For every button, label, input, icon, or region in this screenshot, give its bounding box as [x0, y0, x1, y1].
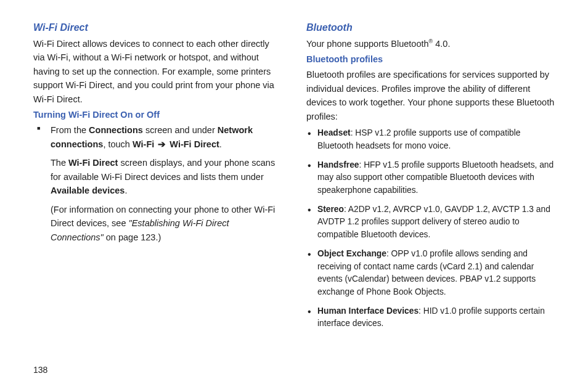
intro-text: Your phone supports Bluetooth: [306, 39, 429, 49]
bluetooth-profiles-subhead: Bluetooth profiles: [306, 54, 555, 64]
list-item: Handsfree: HFP v1.5 profile supports Blu…: [317, 159, 555, 197]
step-text: .: [125, 186, 127, 195]
right-column: Bluetooth Your phone supports Bluetooth®…: [306, 22, 555, 337]
step-bold: Available devices: [51, 186, 125, 195]
step-bold: Wi-Fi Direct: [169, 139, 219, 149]
profiles-list: Headset: HSP v1.2 profile supports use o…: [306, 127, 555, 330]
list-item: Headset: HSP v1.2 profile supports use o…: [317, 127, 555, 152]
profile-label: Handsfree: [317, 160, 359, 169]
arrow-icon: ➔: [157, 139, 167, 149]
step-text: , touch: [103, 139, 133, 149]
step-bold: Wi-Fi: [133, 139, 154, 149]
step-para: (For information on connecting your phon…: [51, 203, 282, 244]
step-text: on page 123.): [104, 232, 161, 242]
profile-label: Human Interface Devices: [317, 306, 419, 316]
page-number: 138: [33, 365, 47, 375]
step-bold: Wi-Fi Direct: [68, 158, 118, 168]
profile-text: : A2DP v1.2, AVRCP v1.0, GAVDP 1.2, AVCT…: [317, 205, 550, 239]
step-text: The: [51, 158, 68, 168]
bluetooth-intro: Your phone supports Bluetooth® 4.0.: [306, 37, 555, 51]
step-text: screen and under: [143, 125, 218, 135]
wifi-direct-heading: Wi-Fi Direct: [33, 22, 282, 33]
bluetooth-profiles-intro: Bluetooth profiles are specifications fo…: [306, 68, 555, 123]
step-text: From the: [51, 125, 89, 135]
step-text: .: [219, 139, 222, 149]
left-column: Wi-Fi Direct Wi-Fi Direct allows devices…: [33, 22, 282, 337]
profile-label: Stereo: [317, 205, 344, 214]
profile-label: Object Exchange: [317, 249, 386, 258]
step-bold: Connections: [89, 125, 143, 135]
list-item: Human Interface Devices: HID v1.0 profil…: [317, 305, 555, 330]
step-para: The Wi-Fi Direct screen displays, and yo…: [51, 156, 282, 197]
wifi-steps: From the Connections screen and under Ne…: [33, 123, 282, 244]
list-item: Object Exchange: OPP v1.0 profile allows…: [317, 248, 555, 299]
page-content: Wi-Fi Direct Wi-Fi Direct allows devices…: [0, 0, 588, 337]
wifi-direct-subhead: Turning Wi-Fi Direct On or Off: [33, 110, 282, 120]
list-item: Stereo: A2DP v1.2, AVRCP v1.0, GAVDP 1.2…: [317, 203, 555, 242]
bluetooth-heading: Bluetooth: [306, 22, 555, 33]
profile-label: Headset: [317, 128, 351, 137]
step-item: From the Connections screen and under Ne…: [51, 123, 282, 244]
intro-text: 4.0.: [433, 39, 450, 49]
wifi-direct-intro: Wi-Fi Direct allows devices to connect t…: [33, 37, 282, 106]
